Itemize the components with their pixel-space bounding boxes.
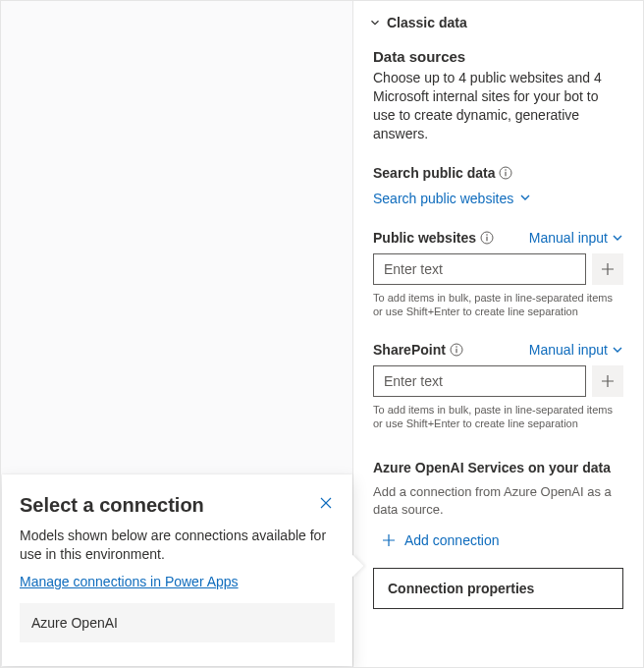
azure-openai-description: Add a connection from Azure OpenAI as a … (373, 483, 623, 519)
search-public-websites-link[interactable]: Search public websites (373, 191, 623, 206)
svg-rect-2 (506, 172, 507, 177)
search-public-data-text: Search public data (373, 165, 495, 181)
info-icon[interactable] (480, 231, 494, 245)
data-sources-heading: Data sources (373, 48, 623, 65)
sharepoint-label: SharePoint (373, 342, 463, 358)
sharepoint-text: SharePoint (373, 342, 446, 358)
plus-icon (600, 261, 616, 277)
connection-properties-text: Connection properties (388, 581, 534, 596)
info-icon[interactable] (450, 343, 463, 357)
chevron-down-icon (519, 191, 531, 206)
plus-icon (381, 532, 397, 548)
sharepoint-hint: To add items in bulk, paste in line-sepa… (373, 403, 623, 430)
close-button[interactable] (317, 494, 335, 515)
svg-point-1 (506, 169, 508, 171)
svg-point-4 (486, 234, 488, 236)
sharepoint-manual-input-dropdown[interactable]: Manual input (529, 342, 623, 358)
public-websites-hint: To add items in bulk, paste in line-sepa… (373, 291, 623, 318)
add-connection-text: Add connection (404, 532, 500, 548)
svg-rect-8 (456, 349, 456, 354)
plus-icon (600, 373, 616, 389)
data-sources-description: Choose up to 4 public websites and 4 Mic… (373, 69, 623, 143)
properties-pane: Classic data Data sources Choose up to 4… (353, 1, 643, 667)
azure-openai-heading: Azure OpenAI Services on your data (373, 460, 623, 475)
chevron-down-icon (612, 232, 623, 244)
public-websites-input[interactable] (373, 253, 586, 285)
popup-title: Select a connection (20, 494, 204, 517)
public-websites-text: Public websites (373, 230, 476, 246)
connection-item-label: Azure OpenAI (31, 615, 118, 631)
public-websites-label: Public websites (373, 230, 494, 246)
popup-description: Models shown below are connections avail… (20, 527, 335, 564)
connection-item-azure-openai[interactable]: Azure OpenAI (20, 603, 335, 642)
connection-properties-button[interactable]: Connection properties (373, 568, 623, 609)
manual-input-text: Manual input (529, 230, 608, 246)
sharepoint-input[interactable] (373, 365, 586, 397)
select-connection-callout: Select a connection Models shown below a… (2, 474, 352, 666)
info-icon[interactable] (499, 166, 512, 180)
chevron-down-icon (612, 344, 623, 356)
add-connection-button[interactable]: Add connection (381, 532, 623, 548)
manual-input-text: Manual input (529, 342, 608, 358)
svg-point-7 (456, 346, 457, 348)
classic-data-title: Classic data (387, 15, 467, 30)
svg-rect-5 (486, 237, 487, 242)
public-websites-add-button[interactable] (592, 253, 623, 285)
manage-connections-link[interactable]: Manage connections in Power Apps (20, 574, 239, 589)
search-public-data-label: Search public data (373, 165, 623, 181)
public-manual-input-dropdown[interactable]: Manual input (529, 230, 623, 246)
classic-data-section-header[interactable]: Classic data (367, 7, 623, 38)
search-public-websites-text: Search public websites (373, 191, 513, 206)
chevron-down-icon (367, 15, 383, 30)
sharepoint-add-button[interactable] (592, 365, 623, 397)
close-icon (319, 496, 333, 510)
